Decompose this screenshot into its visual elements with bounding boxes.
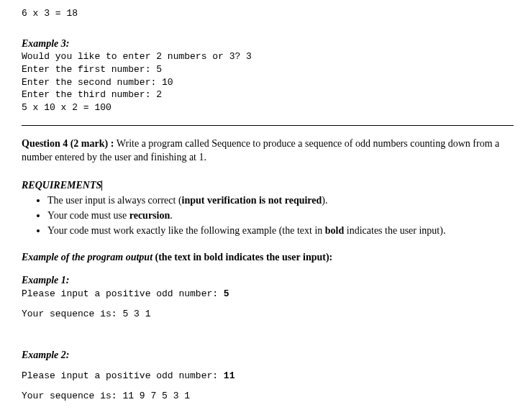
example-3-line2: Enter the first number: 5 bbox=[22, 63, 514, 76]
req2-c: . bbox=[170, 210, 173, 221]
example-3-line1: Would you like to enter 2 numbers or 3? … bbox=[22, 50, 514, 63]
example-2-result-line: Your sequence is: 11 9 7 5 3 1 bbox=[22, 390, 514, 403]
ex3-l2-text: Enter the first number: bbox=[22, 64, 156, 75]
ex3-l1-text: Would you like to enter 2 numbers or 3? bbox=[22, 51, 246, 62]
example-3-result: 5 x 10 x 2 = 100 bbox=[22, 101, 514, 114]
ex1-result-label: Your sequence is: bbox=[22, 309, 122, 319]
ex2-result-values: 11 9 7 5 3 1 bbox=[122, 391, 190, 401]
example-1-label: Example 1: bbox=[22, 274, 514, 288]
example-1-prompt-line: Please input a positive odd number: 5 bbox=[22, 288, 514, 301]
outhead-c: : bbox=[329, 252, 333, 262]
ex1-input: 5 bbox=[224, 288, 229, 299]
ex3-l1-input: 3 bbox=[246, 51, 252, 62]
req3-c: indicates the user input). bbox=[344, 225, 445, 236]
req1-a: The user input is always correct ( bbox=[47, 195, 182, 206]
ex3-l3-input: 10 bbox=[162, 77, 173, 88]
top-multiplication-line: 6 x 3 = 18 bbox=[22, 7, 514, 20]
question-4-label: Question 4 (2 mark) : bbox=[22, 138, 117, 149]
question-4-line: Question 4 (2 mark) : Write a program ca… bbox=[22, 137, 514, 165]
example-1-result-line: Your sequence is: 5 3 1 bbox=[22, 308, 514, 321]
req2-b: recursion bbox=[129, 210, 170, 221]
example-3-label: Example 3: bbox=[22, 37, 514, 51]
ex2-input: 11 bbox=[224, 370, 235, 381]
divider-line bbox=[22, 125, 514, 126]
req3-b: bold bbox=[325, 225, 344, 236]
ex3-l3-text: Enter the second number: bbox=[22, 77, 162, 88]
outhead-b: (the text in bold indicates the user inp… bbox=[155, 252, 329, 262]
example-2-prompt-line: Please input a positive odd number: 11 bbox=[22, 370, 514, 383]
req2-a: Your code must use bbox=[47, 210, 129, 221]
example-2-label: Example 2: bbox=[22, 349, 514, 362]
ex2-prompt: Please input a positive odd number: bbox=[22, 370, 224, 381]
ex3-l4-input: 2 bbox=[156, 89, 162, 100]
example-3-line3: Enter the second number: 10 bbox=[22, 76, 514, 89]
requirements-heading-text: REQUIREMENTS bbox=[22, 180, 101, 191]
requirement-item-2: Your code must use recursion. bbox=[47, 209, 514, 224]
requirements-heading: REQUIREMENTS bbox=[22, 179, 514, 193]
ex1-prompt: Please input a positive odd number: bbox=[22, 288, 224, 299]
req3-a: Your code must work exactly like the fol… bbox=[47, 225, 325, 236]
req1-c: ). bbox=[322, 195, 327, 206]
req1-b: input verification is not required bbox=[182, 195, 322, 206]
output-example-heading: Example of the program output (the text … bbox=[22, 251, 514, 265]
example-3-line4: Enter the third number: 2 bbox=[22, 88, 514, 101]
text-cursor-icon bbox=[101, 181, 102, 191]
requirement-item-1: The user input is always correct (input … bbox=[47, 194, 514, 209]
requirement-item-3: Your code must work exactly like the fol… bbox=[47, 224, 514, 239]
ex2-result-label: Your sequence is: bbox=[22, 391, 122, 401]
ex3-l2-input: 5 bbox=[156, 64, 162, 75]
ex1-result-values: 5 3 1 bbox=[122, 309, 150, 319]
ex3-l4-text: Enter the third number: bbox=[22, 89, 156, 100]
outhead-a: Example of the program output bbox=[22, 252, 155, 262]
requirements-list: The user input is always correct (input … bbox=[47, 194, 514, 239]
